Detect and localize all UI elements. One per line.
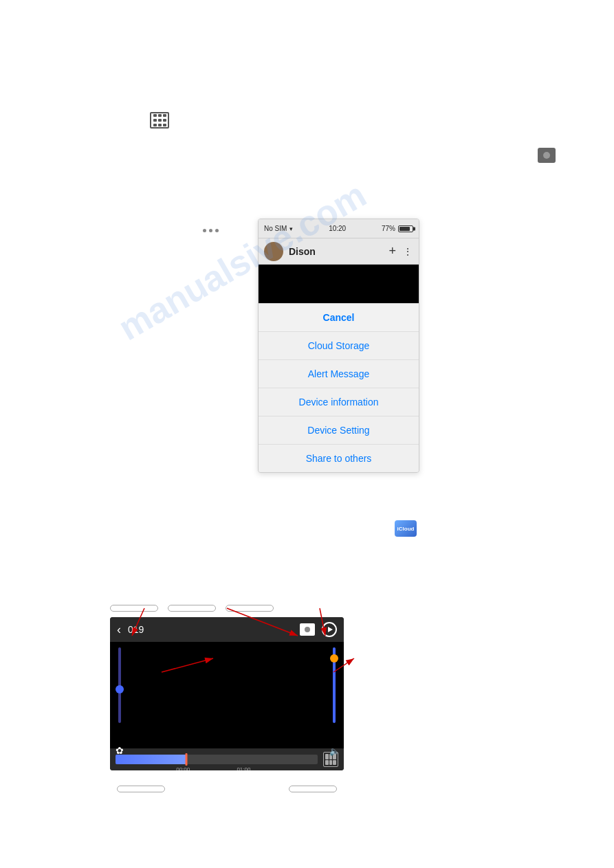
brightness-slider[interactable]: ✿ bbox=[118, 647, 121, 744]
volume-track[interactable] bbox=[333, 647, 336, 723]
label-boxes-bottom bbox=[110, 786, 344, 792]
phone-status-bar: No SIM ▾ 10:20 77% bbox=[259, 219, 419, 238]
label-box-bottom-2 bbox=[289, 786, 337, 792]
wifi-icon: ▾ bbox=[289, 225, 293, 232]
cloud-storage-icon[interactable]: iCloud bbox=[395, 520, 417, 537]
phone-mockup: No SIM ▾ 10:20 77% Dison + ⋮ Cancel Clou… bbox=[258, 219, 419, 473]
battery-label: 77% bbox=[382, 225, 395, 232]
player-bottombar: 00:00 01:00 bbox=[110, 748, 344, 770]
more-button[interactable]: ⋮ bbox=[403, 246, 413, 257]
phone-nav-bar: Dison + ⋮ bbox=[259, 238, 419, 265]
dots-menu[interactable] bbox=[203, 229, 219, 232]
avatar bbox=[264, 242, 283, 261]
time-label: 10:20 bbox=[329, 225, 346, 232]
player-title: 019 bbox=[128, 624, 300, 635]
action-cloud-storage[interactable]: Cloud Storage bbox=[259, 332, 419, 360]
camera-icon[interactable] bbox=[538, 148, 556, 163]
label-box-3 bbox=[226, 605, 274, 612]
player-topbar: ‹ 019 bbox=[110, 617, 344, 642]
play-button[interactable] bbox=[322, 622, 337, 637]
add-button[interactable]: + bbox=[388, 244, 396, 258]
battery-icon bbox=[398, 225, 413, 232]
action-sheet: Cancel Cloud Storage Alert Message Devic… bbox=[259, 303, 419, 472]
carrier-label: No SIM bbox=[264, 225, 287, 232]
timeline-time-left: 00:00 bbox=[176, 766, 190, 770]
video-player-section: ‹ 019 ✿ 🔈 bbox=[110, 605, 344, 792]
timeline[interactable]: 00:00 01:00 bbox=[116, 755, 318, 764]
nav-title: Dison bbox=[289, 246, 388, 257]
label-box-1 bbox=[110, 605, 158, 612]
player-camera-icon[interactable] bbox=[300, 623, 315, 636]
action-share-to-others[interactable]: Share to others bbox=[259, 445, 419, 472]
action-device-setting[interactable]: Device Setting bbox=[259, 416, 419, 445]
volume-slider[interactable]: 🔈 bbox=[333, 647, 336, 744]
volume-thumb[interactable] bbox=[330, 654, 338, 663]
grid-icon[interactable] bbox=[150, 112, 169, 129]
label-boxes-top bbox=[110, 605, 344, 612]
action-device-information[interactable]: Device information bbox=[259, 388, 419, 416]
action-alert-message[interactable]: Alert Message bbox=[259, 360, 419, 388]
label-box-bottom-1 bbox=[117, 786, 165, 792]
back-button[interactable]: ‹ bbox=[117, 623, 121, 637]
player-video-area: ✿ 🔈 bbox=[110, 642, 344, 748]
brightness-thumb[interactable] bbox=[116, 685, 124, 693]
label-box-2 bbox=[168, 605, 216, 612]
video-player: ‹ 019 ✿ 🔈 bbox=[110, 617, 344, 770]
action-cancel[interactable]: Cancel bbox=[259, 304, 419, 332]
timeline-time-right: 01:00 bbox=[237, 766, 250, 770]
brightness-track[interactable] bbox=[118, 647, 121, 723]
